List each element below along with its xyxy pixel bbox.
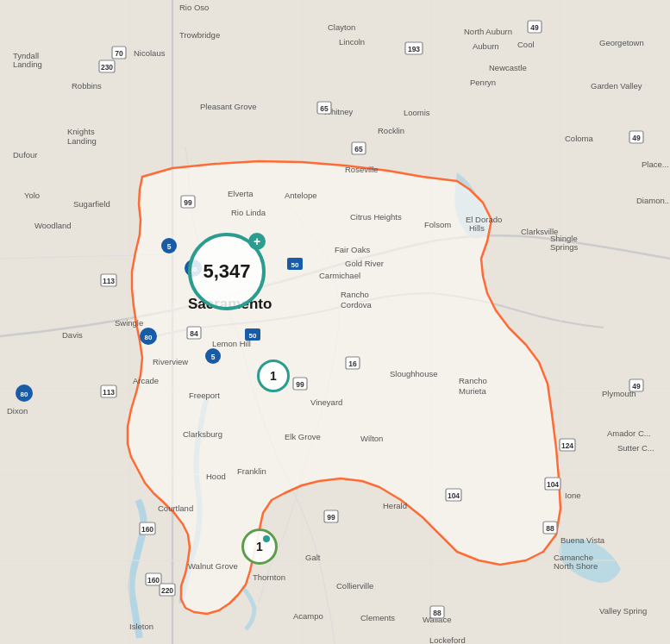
svg-text:Landing: Landing bbox=[13, 59, 42, 69]
svg-text:Clayton: Clayton bbox=[328, 22, 355, 32]
svg-text:Hills: Hills bbox=[469, 223, 485, 233]
svg-text:Diamon...: Diamon... bbox=[636, 196, 670, 205]
svg-text:Cool: Cool bbox=[517, 40, 535, 49]
svg-text:80: 80 bbox=[21, 391, 28, 398]
svg-text:88: 88 bbox=[433, 609, 441, 617]
svg-text:Georgetown: Georgetown bbox=[599, 38, 644, 47]
svg-text:Vineyard: Vineyard bbox=[310, 397, 342, 407]
svg-text:Courtland: Courtland bbox=[158, 503, 193, 513]
svg-text:113: 113 bbox=[103, 277, 115, 285]
svg-text:Woodland: Woodland bbox=[34, 221, 72, 230]
svg-text:Clarksburg: Clarksburg bbox=[183, 429, 222, 439]
svg-text:50: 50 bbox=[249, 332, 257, 340]
cluster-small-teal[interactable]: 1 bbox=[257, 360, 290, 392]
svg-text:Loomis: Loomis bbox=[404, 108, 430, 117]
svg-text:99: 99 bbox=[327, 513, 335, 522]
svg-text:16: 16 bbox=[348, 360, 357, 368]
svg-text:99: 99 bbox=[184, 198, 192, 207]
svg-text:Coloma: Coloma bbox=[565, 134, 593, 143]
svg-text:Wilton: Wilton bbox=[360, 434, 383, 443]
svg-text:104: 104 bbox=[547, 480, 559, 489]
svg-text:124: 124 bbox=[561, 441, 573, 450]
svg-text:Garden Valley: Garden Valley bbox=[591, 81, 642, 91]
svg-text:Springs: Springs bbox=[550, 242, 578, 252]
svg-text:Rocklin: Rocklin bbox=[378, 126, 404, 135]
svg-text:North Shore: North Shore bbox=[554, 561, 598, 571]
svg-text:Antelope: Antelope bbox=[285, 191, 317, 200]
svg-text:Auburn: Auburn bbox=[473, 41, 499, 51]
svg-text:Roseville: Roseville bbox=[345, 165, 379, 174]
svg-text:70: 70 bbox=[115, 49, 123, 58]
map-container: Sacramento Tyndall Landing Robbins Nicol… bbox=[0, 0, 670, 644]
svg-text:Elk Grove: Elk Grove bbox=[285, 432, 321, 441]
svg-text:80: 80 bbox=[145, 334, 153, 341]
svg-text:Cordova: Cordova bbox=[341, 300, 373, 309]
svg-text:Rio Oso: Rio Oso bbox=[179, 3, 209, 12]
svg-text:Valley Spring: Valley Spring bbox=[599, 606, 647, 616]
svg-text:Herald: Herald bbox=[383, 501, 407, 510]
svg-text:160: 160 bbox=[141, 525, 153, 534]
svg-text:Folsom: Folsom bbox=[424, 220, 451, 229]
svg-text:Penryn: Penryn bbox=[470, 78, 496, 87]
svg-text:Trowbridge: Trowbridge bbox=[179, 30, 220, 40]
svg-text:5: 5 bbox=[211, 353, 216, 361]
svg-text:Swingle: Swingle bbox=[115, 318, 143, 328]
svg-text:Gold River: Gold River bbox=[345, 259, 384, 268]
svg-text:Thornton: Thornton bbox=[253, 572, 285, 582]
svg-text:Carmichael: Carmichael bbox=[319, 271, 360, 280]
svg-text:49: 49 bbox=[632, 134, 641, 142]
cluster-small-green-count: 1 bbox=[256, 540, 263, 553]
svg-text:Hood: Hood bbox=[206, 472, 226, 481]
svg-text:Fair Oaks: Fair Oaks bbox=[335, 245, 370, 254]
svg-text:Walnut Grove: Walnut Grove bbox=[188, 561, 238, 571]
svg-text:Sugarfield: Sugarfield bbox=[73, 199, 110, 209]
svg-text:104: 104 bbox=[448, 491, 460, 500]
cluster-small-teal-count: 1 bbox=[270, 369, 277, 383]
svg-text:Nicolaus: Nicolaus bbox=[134, 48, 166, 58]
svg-text:Yolo: Yolo bbox=[24, 191, 40, 200]
svg-text:Isleton: Isleton bbox=[129, 622, 153, 631]
cluster-plus-icon: + bbox=[248, 233, 266, 250]
svg-text:Pleasant Grove: Pleasant Grove bbox=[200, 102, 256, 111]
cluster-green-inner-dot bbox=[263, 535, 270, 542]
svg-text:Clements: Clements bbox=[360, 613, 395, 622]
svg-text:5: 5 bbox=[167, 242, 172, 251]
map-svg: Sacramento Tyndall Landing Robbins Nicol… bbox=[0, 0, 670, 644]
svg-text:Lemon Hill: Lemon Hill bbox=[212, 339, 251, 348]
svg-text:Citrus Heights: Citrus Heights bbox=[350, 212, 402, 222]
svg-text:North Auburn: North Auburn bbox=[464, 27, 512, 36]
cluster-small-green[interactable]: 1 bbox=[241, 528, 278, 565]
svg-text:220: 220 bbox=[161, 586, 173, 595]
svg-text:Amador C...: Amador C... bbox=[607, 428, 651, 438]
svg-text:Buena Vista: Buena Vista bbox=[560, 535, 605, 545]
svg-text:Davis: Davis bbox=[62, 330, 83, 340]
svg-text:113: 113 bbox=[103, 388, 115, 397]
svg-text:Place...: Place... bbox=[642, 159, 669, 169]
cluster-large[interactable]: + 5,347 bbox=[188, 233, 266, 310]
svg-text:Sloughhouse: Sloughhouse bbox=[390, 369, 437, 378]
svg-text:Franklin: Franklin bbox=[237, 466, 266, 476]
svg-text:193: 193 bbox=[408, 45, 420, 53]
svg-text:Galt: Galt bbox=[305, 553, 321, 562]
svg-text:Arcade: Arcade bbox=[133, 376, 159, 385]
svg-text:99: 99 bbox=[296, 380, 304, 389]
svg-text:Riverview: Riverview bbox=[153, 357, 188, 366]
svg-text:Ione: Ione bbox=[565, 491, 581, 500]
svg-text:Murieta: Murieta bbox=[459, 386, 486, 396]
svg-text:Acampo: Acampo bbox=[293, 611, 323, 621]
svg-text:Elverta: Elverta bbox=[228, 189, 254, 198]
svg-text:88: 88 bbox=[546, 524, 554, 533]
svg-text:Knights: Knights bbox=[67, 127, 95, 136]
svg-text:Freeport: Freeport bbox=[189, 391, 220, 400]
cluster-large-count: 5,347 bbox=[203, 262, 250, 281]
svg-text:Dixon: Dixon bbox=[7, 406, 28, 416]
svg-text:Dufour: Dufour bbox=[13, 150, 38, 159]
svg-text:Sutter C...: Sutter C... bbox=[617, 443, 654, 453]
svg-text:49: 49 bbox=[632, 382, 641, 391]
svg-text:Lockeford: Lockeford bbox=[429, 635, 466, 644]
svg-text:Rancho: Rancho bbox=[459, 376, 487, 385]
svg-text:Newcastle: Newcastle bbox=[489, 63, 527, 72]
svg-text:84: 84 bbox=[190, 329, 198, 338]
svg-text:Collierville: Collierville bbox=[336, 581, 373, 591]
svg-text:Lincoln: Lincoln bbox=[339, 37, 365, 47]
